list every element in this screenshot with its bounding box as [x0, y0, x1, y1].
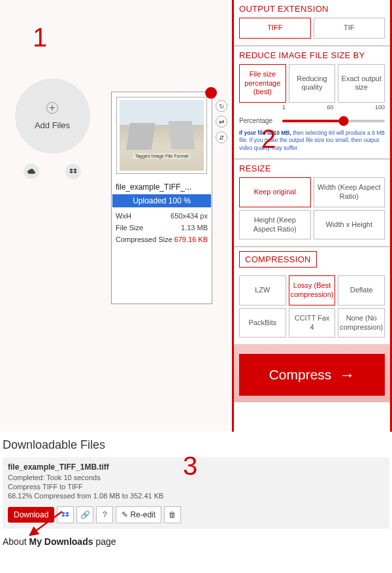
comp-packbits[interactable]: PackBits — [239, 308, 286, 338]
slider-label: Percentage — [239, 117, 278, 124]
ext-option-tif[interactable]: TIF — [314, 18, 385, 39]
add-files-button[interactable]: + Add Files — [15, 78, 90, 154]
dropbox-save-button[interactable] — [57, 506, 74, 523]
plus-icon: + — [46, 102, 58, 114]
about-downloads-text: About My Downloads page — [0, 529, 392, 549]
output-extension-title: OUTPUT EXTENSION — [239, 4, 385, 14]
rotate-icon-button[interactable]: ↻ — [216, 100, 227, 112]
pencil-icon: ✎ — [122, 510, 128, 519]
step-3-annotation: 3 — [183, 451, 197, 481]
link-icon: 🔗 — [80, 510, 90, 519]
meta-size-label: File Size — [116, 224, 143, 232]
compression-title: COMPRESSION — [239, 251, 317, 268]
upload-progress: Uploaded 100 % — [112, 194, 211, 207]
compress-button[interactable]: Compress → — [239, 354, 385, 396]
file-name: file_example_TIFF_... — [112, 179, 212, 194]
file-card: ↻ ⇄ ⇵ Tagged Image File Format file_exam… — [111, 92, 212, 304]
meta-compressed-label: Compressed Size — [116, 235, 172, 243]
meta-size-value: 1.13 MB — [181, 224, 208, 232]
arrow-right-icon: → — [339, 366, 355, 384]
swap-icon-button[interactable]: ⇄ — [216, 116, 227, 128]
resize-title: RESIZE — [239, 164, 385, 173]
resize-width-ar[interactable]: Width (Keep Aspect Ratio) — [314, 177, 385, 207]
slider-mid: 60 — [327, 104, 333, 111]
dropbox-icon — [69, 168, 77, 175]
step-1-annotation: 1 — [33, 23, 47, 52]
help-button[interactable]: ? — [96, 506, 113, 523]
download-operation: Compress TIFF to TIFF — [8, 483, 384, 491]
comp-lossy[interactable]: Lossy (Best compression) — [289, 275, 336, 305]
meta-compressed-value: 679.16 KB — [174, 235, 208, 243]
download-ratio: 68.12% Compressed from 1.08 MB to 352.41… — [8, 492, 384, 500]
trash-icon: 🗑 — [169, 510, 176, 519]
resize-height-ar[interactable]: Height (Keep Aspect Ratio) — [239, 210, 311, 240]
cloud-icon — [27, 168, 35, 175]
reduce-option-percentage[interactable]: File size percentage (best) — [239, 64, 286, 103]
comp-none[interactable]: None (No compression) — [338, 308, 385, 338]
slider-min: 1 — [282, 104, 286, 111]
dropbox-button[interactable] — [65, 164, 81, 179]
cloud-upload-button[interactable] — [24, 164, 39, 179]
sort-icon-button[interactable]: ⇵ — [216, 131, 227, 143]
slider-max: 100 — [375, 104, 385, 111]
delete-button[interactable]: 🗑 — [164, 506, 181, 523]
add-files-label: Add Files — [35, 120, 70, 130]
comp-lzw[interactable]: LZW — [239, 275, 286, 305]
reduce-option-exact[interactable]: Exact output size — [338, 64, 385, 103]
compress-button-label: Compress — [269, 367, 332, 383]
slider-thumb-icon[interactable] — [339, 116, 349, 126]
dropbox-icon — [61, 512, 69, 518]
step-2-annotation: 2 — [261, 124, 276, 154]
downloads-heading: Downloadable Files — [3, 438, 389, 452]
meta-wxh-label: WxH — [116, 212, 131, 220]
download-button[interactable]: Download — [8, 507, 54, 523]
re-edit-button[interactable]: ✎Re-edit — [116, 506, 161, 523]
ext-option-tiff[interactable]: TIFF — [239, 18, 311, 39]
comp-ccitt[interactable]: CCITT Fax 4 — [289, 308, 336, 338]
meta-wxh-value: 650x434 px — [171, 212, 208, 220]
thumb-caption: Tagged Image File Format — [133, 153, 191, 159]
help-icon: ? — [103, 510, 107, 519]
resize-keep-original[interactable]: Keep original — [239, 177, 311, 207]
copy-link-button[interactable]: 🔗 — [76, 506, 93, 523]
file-thumbnail: Tagged Image File Format — [120, 100, 204, 171]
notification-dot-icon — [205, 87, 217, 99]
comp-deflate[interactable]: Deflate — [338, 275, 385, 305]
percentage-slider[interactable] — [282, 120, 385, 122]
reduce-title: REDUCE IMAGE FILE SIZE BY — [239, 50, 385, 60]
settings-panel: OUTPUT EXTENSION TIFF TIF REDUCE IMAGE F… — [232, 0, 392, 432]
reduce-option-quality[interactable]: Reducing quality — [289, 64, 336, 103]
re-edit-label: Re-edit — [130, 510, 155, 519]
resize-width-height[interactable]: Width x Height — [314, 210, 385, 240]
